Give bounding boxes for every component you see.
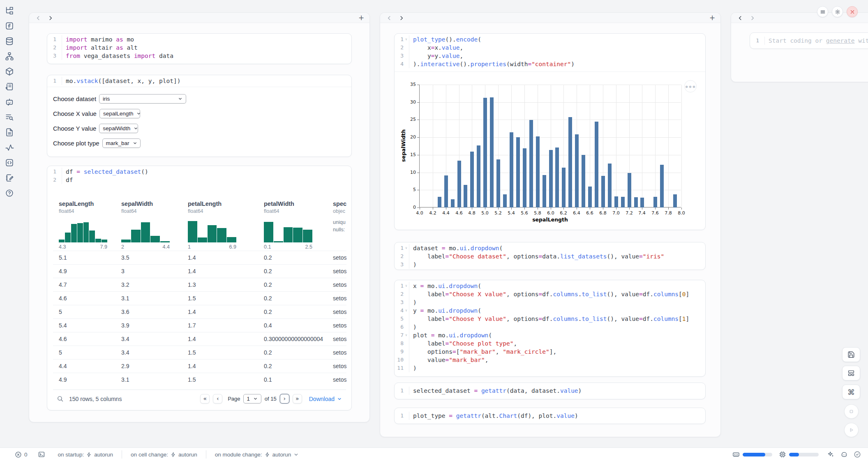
memory-usage-meter[interactable] <box>743 453 772 456</box>
logs-icon[interactable] <box>5 82 14 92</box>
fold-chevron-icon[interactable]: ∨ <box>404 244 409 252</box>
save-icon <box>847 351 855 358</box>
column-left-arrow[interactable] <box>736 14 744 22</box>
cell-vstack: 1mo.vstack([dataset, x, y, plot]) Choose… <box>47 75 352 157</box>
shutdown-button[interactable] <box>847 6 858 17</box>
line-number: 1 <box>395 35 404 44</box>
fold-chevron-icon[interactable]: ∨ <box>404 331 409 339</box>
line-number: 1 <box>750 37 759 45</box>
chart-bar <box>451 199 455 207</box>
fold-chevron-icon[interactable]: ∨ <box>404 282 409 290</box>
code-editor-widgets[interactable]: 1∨x = mo.ui.dropdown(2 label="Choose X v… <box>395 280 705 374</box>
chart-actions-button[interactable]: ●●● <box>684 80 697 92</box>
column-header[interactable]: speciobjecuniqunulls: <box>333 201 346 214</box>
dataframe-table: sepalLengthfloat644.37.9sepalWidthfloat6… <box>53 201 346 388</box>
connection-status-icon[interactable] <box>854 451 861 458</box>
run-button[interactable] <box>844 423 859 437</box>
help-icon[interactable] <box>5 188 14 198</box>
list-search-icon[interactable] <box>5 112 14 122</box>
chart-bar <box>640 198 644 207</box>
line-number: 2 <box>47 176 56 184</box>
lightning-bolt-icon <box>171 452 176 457</box>
dropdown-choose-dataset[interactable]: iris <box>99 94 186 104</box>
code-editor-selected[interactable]: 1selected_dataset = getattr(data, datase… <box>395 383 705 399</box>
code-editor-dataset[interactable]: 1∨dataset = mo.ui.dropdown(2 label="Choo… <box>395 242 705 270</box>
line-number: 1 <box>395 282 404 290</box>
column-right-arrow[interactable] <box>46 14 55 22</box>
control-row: Choose Y valuesepalWidth <box>53 121 351 136</box>
functions-icon[interactable] <box>5 21 14 31</box>
code-editor-plottype[interactable]: 1plot_type = getattr(alt.Chart(df), plot… <box>395 408 705 424</box>
scratchpad-icon[interactable] <box>5 173 14 183</box>
code-editor-imports[interactable]: 1import marimo as mo2import altair as al… <box>47 34 351 62</box>
code-editor-vstack[interactable]: 1mo.vstack([dataset, x, y, plot]) <box>47 75 351 87</box>
chart-bar <box>464 185 467 207</box>
snippets-icon[interactable] <box>5 158 14 168</box>
last-page-button[interactable]: » <box>293 394 302 403</box>
column-header[interactable]: sepalLengthfloat644.37.9 <box>59 201 121 214</box>
column-right-arrow[interactable] <box>397 14 406 22</box>
dropdown-choose-x-value[interactable]: sepalLength <box>99 109 140 118</box>
terminal-button[interactable] <box>38 451 45 458</box>
add-cell-button[interactable]: + <box>357 14 365 22</box>
settings-button[interactable] <box>832 6 843 17</box>
chart-bar <box>438 197 441 207</box>
page-select[interactable]: 1 <box>243 394 261 403</box>
cpu-usage-meter[interactable] <box>789 453 819 456</box>
empty-cell-placeholder[interactable]: Start coding or generate with <box>764 37 868 45</box>
menu-button[interactable] <box>817 6 828 17</box>
line-number: 1 <box>47 77 56 85</box>
chart-bar <box>536 136 540 207</box>
activity-sidebar <box>0 6 19 198</box>
save-button[interactable] <box>842 347 860 362</box>
next-page-button[interactable]: › <box>280 394 289 403</box>
chart-bar <box>575 134 579 207</box>
add-cell-button[interactable]: + <box>708 14 716 22</box>
cell-imports: 1import marimo as mo2import altair as al… <box>47 33 352 64</box>
ai-sparkles-icon[interactable] <box>827 451 834 458</box>
chat-bot-icon[interactable] <box>5 97 14 107</box>
chart-plot-area[interactable]: 051015202530354.04.24.44.64.85.05.25.45.… <box>419 85 681 207</box>
chevron-down-icon <box>337 396 342 401</box>
error-indicator[interactable]: 0 <box>15 451 28 458</box>
line-number: 3 <box>47 52 56 60</box>
runtime-config-item[interactable]: on module change:autorun <box>206 450 308 459</box>
dropdown-label: Choose dataset <box>53 95 96 102</box>
tracing-icon[interactable] <box>5 143 14 152</box>
table-row: 4.42.91.40.2setos <box>53 359 346 373</box>
copilot-icon[interactable] <box>840 451 848 458</box>
page-total-label: of 15 <box>265 396 277 402</box>
database-icon[interactable] <box>5 36 14 46</box>
layout-button[interactable] <box>842 366 860 380</box>
column-right-arrow[interactable] <box>748 14 757 22</box>
column-left-arrow[interactable] <box>385 14 393 22</box>
fold-chevron-icon[interactable]: ∨ <box>404 35 409 44</box>
code-editor-df[interactable]: 1df = selected_dataset()2df <box>47 166 351 186</box>
search-icon[interactable] <box>57 395 64 402</box>
file-tree-icon[interactable] <box>5 6 14 16</box>
generate-link[interactable]: generate <box>826 37 855 44</box>
keyboard-shortcuts-button[interactable]: ⌘ <box>842 385 860 399</box>
notebook-column-3: 1 Start coding or generate with <box>731 12 868 82</box>
column-histogram <box>121 219 170 242</box>
packages-icon[interactable] <box>5 67 14 76</box>
line-number: 1 <box>47 35 56 44</box>
runtime-config-item[interactable]: on startup:autorun <box>49 450 122 459</box>
runtime-config-item[interactable]: on cell change:autorun <box>122 450 206 459</box>
column-header[interactable]: sepalWidthfloat6424.4 <box>121 201 188 214</box>
code-editor-chart[interactable]: 1∨plot_type().encode(2 x=x.value,3 y=y.v… <box>395 34 705 70</box>
document-icon[interactable] <box>5 127 14 137</box>
column-header[interactable]: petalLengthfloat6416.9 <box>188 201 264 214</box>
prev-page-button[interactable]: ‹ <box>213 394 222 403</box>
dropdown-choose-plot-type[interactable]: mark_bar <box>102 138 141 148</box>
dependency-graph-icon[interactable] <box>5 51 14 61</box>
fold-chevron-icon[interactable]: ∨ <box>404 307 409 315</box>
first-page-button[interactable]: « <box>200 394 210 403</box>
dropdown-choose-y-value[interactable]: sepalWidth <box>99 124 138 133</box>
column-header[interactable]: petalWidthfloat640.12.5 <box>264 201 333 214</box>
stop-button[interactable] <box>844 404 859 419</box>
table-row: 4.63.41.40.30000000000000004setos <box>53 332 346 346</box>
column-left-arrow[interactable] <box>34 14 42 22</box>
chart-bar <box>510 132 513 207</box>
download-button[interactable]: Download <box>309 396 342 402</box>
